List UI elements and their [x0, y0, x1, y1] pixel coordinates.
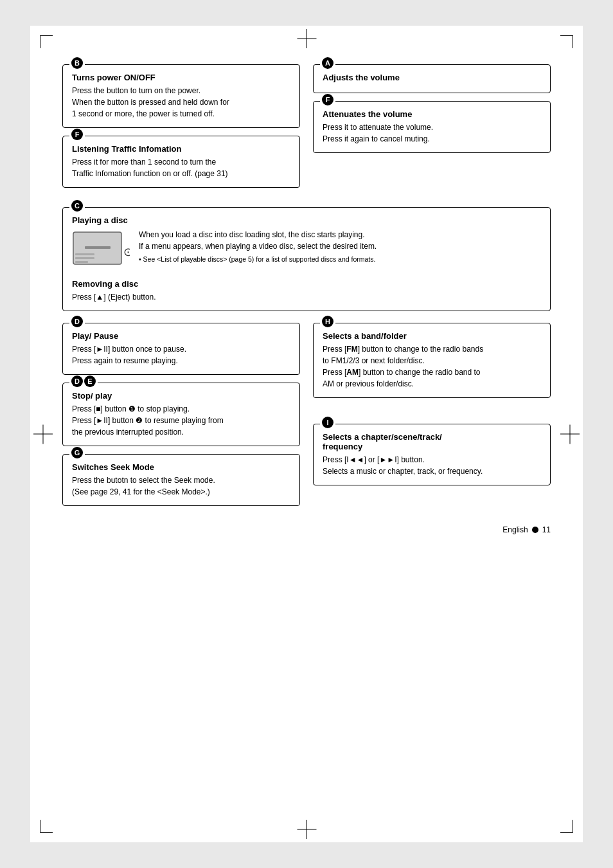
section-c: C Playing a disc ⊙ When you load a — [62, 207, 551, 311]
badge-b: B — [71, 57, 83, 69]
corner-mark-tl — [40, 35, 53, 48]
section-f-traffic-title: Listening Traffic Infomation — [72, 144, 290, 154]
section-b-text: Press the button to turn on the power. W… — [72, 85, 290, 120]
crosshair-bottom — [306, 820, 307, 839]
disc-text-1: When you load a disc into disc loading s… — [139, 229, 377, 240]
badge-f-att: F — [322, 94, 333, 105]
section-f-att-text: Press it to attenuate the volume. Press … — [323, 122, 541, 145]
section-f-att-label: F — [320, 94, 335, 105]
section-h: H Selects a band/folder Press [FM] butto… — [313, 323, 551, 398]
page: B Turns power ON/OFF Press the button to… — [30, 26, 583, 842]
section-i-text: Press [I◄◄] or [►►I] button. Selects a m… — [323, 454, 541, 477]
col-right-1: A Adjusts the volume F Attenuates the vo… — [313, 64, 551, 195]
section-d-title: Play/ Pause — [72, 331, 290, 341]
footer-text: English 11 — [502, 525, 551, 534]
disc-text-2: If a menu appears, when playing a video … — [139, 240, 377, 252]
section-f-traffic-label: F — [69, 129, 85, 140]
badge-a: A — [322, 57, 333, 69]
svg-rect-4 — [75, 261, 88, 263]
section-b-title: Turns power ON/OFF — [72, 73, 290, 82]
section-h-text: Press [FM] button to change to the radio… — [323, 343, 541, 390]
section-de-text: Press [■] button ❶ to stop playing. Pres… — [72, 403, 290, 438]
section-i-label: I — [320, 417, 335, 428]
crosshair-right — [560, 434, 580, 435]
removing-disc-text: Press [▲] (Eject) button. — [72, 291, 541, 303]
badge-c: C — [71, 200, 83, 212]
footer-dot — [532, 527, 538, 533]
section-c-title: Playing a disc — [72, 215, 541, 225]
disc-device-svg: ⊙ — [72, 229, 130, 271]
corner-mark-tr — [560, 35, 573, 48]
disc-small-text: • See <List of playable discs> (page 5) … — [139, 255, 377, 264]
section-i-title: Selects a chapter/scene/track/frequency — [323, 432, 541, 451]
section-d-text: Press [►II] button once to pause. Press … — [72, 343, 290, 366]
section-a-label: A — [320, 57, 335, 69]
section-g-label: G — [69, 447, 85, 458]
svg-rect-3 — [75, 257, 94, 259]
section-h-label: H — [320, 316, 335, 327]
corner-mark-br — [560, 820, 573, 833]
section-f-traffic-text: Press it for more than 1 second to turn … — [72, 156, 290, 179]
badge-d: D — [71, 316, 83, 327]
row-1: B Turns power ON/OFF Press the button to… — [62, 64, 551, 195]
section-f-att-title: Attenuates the volume — [323, 109, 541, 119]
content-area: B Turns power ON/OFF Press the button to… — [62, 51, 551, 547]
section-b-label: B — [69, 57, 85, 69]
section-a-title: Adjusts the volume — [323, 73, 541, 82]
removing-disc-title: Removing a disc — [72, 279, 541, 289]
badge-e: E — [84, 375, 96, 387]
col-left-3: D Play/ Pause Press [►II] button once to… — [62, 323, 300, 514]
row-3: D Play/ Pause Press [►II] button once to… — [62, 323, 551, 514]
footer: English 11 — [62, 525, 551, 534]
disc-text: When you load a disc into disc loading s… — [139, 229, 377, 264]
section-a: A Adjusts the volume — [313, 64, 551, 93]
footer-language: English — [502, 525, 528, 534]
badge-d2: D — [71, 375, 83, 387]
section-f-traffic: F Listening Traffic Infomation Press it … — [62, 136, 300, 188]
svg-rect-1 — [85, 246, 111, 249]
badge-h: H — [322, 316, 333, 327]
disc-illustration: ⊙ When you load a disc into disc loading… — [72, 229, 541, 273]
corner-mark-bl — [40, 820, 53, 833]
svg-rect-2 — [75, 253, 94, 255]
section-d: D Play/ Pause Press [►II] button once to… — [62, 323, 300, 375]
section-g-title: Switches Seek Mode — [72, 462, 290, 472]
crosshair-top — [306, 29, 307, 48]
section-de-title: Stop/ play — [72, 391, 290, 401]
disc-arrow-icon: ⊙ — [123, 246, 130, 258]
section-g-text: Press the butotn to select the Seek mode… — [72, 475, 290, 498]
col-left-1: B Turns power ON/OFF Press the button to… — [62, 64, 300, 195]
section-de-label: D E — [69, 375, 98, 387]
section-i: I Selects a chapter/scene/track/frequenc… — [313, 424, 551, 485]
section-c-label: C — [69, 200, 85, 212]
col-right-3: H Selects a band/folder Press [FM] butto… — [313, 323, 551, 514]
section-d-label: D — [69, 316, 85, 327]
section-f-att: F Attenuates the volume Press it to atte… — [313, 101, 551, 153]
section-h-title: Selects a band/folder — [323, 331, 541, 341]
footer-page-number: 11 — [542, 525, 551, 534]
section-g: G Switches Seek Mode Press the butotn to… — [62, 454, 300, 506]
removing-disc-section: Removing a disc Press [▲] (Eject) button… — [72, 279, 541, 303]
section-de: D E Stop/ play Press [■] button ❶ to sto… — [62, 383, 300, 446]
badge-f-traffic: F — [71, 129, 83, 140]
crosshair-left — [33, 434, 53, 435]
section-b: B Turns power ON/OFF Press the button to… — [62, 64, 300, 128]
badge-i: I — [322, 417, 333, 428]
badge-g: G — [71, 447, 83, 458]
